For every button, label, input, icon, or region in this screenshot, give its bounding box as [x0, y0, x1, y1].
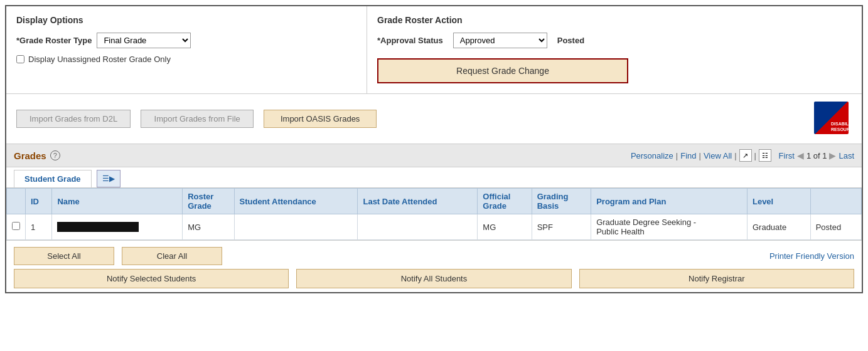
col-checkbox: [7, 189, 26, 214]
approval-status-row: *Approval Status Approved Not Reviewed R…: [377, 33, 852, 48]
col-last-date-attended: Last Date Attended: [358, 189, 478, 214]
export-icon-button[interactable]: ↗: [739, 149, 752, 162]
row-level: Graduate: [747, 214, 810, 240]
row-name: [52, 214, 183, 240]
disability-resources-text: DISABILITY RESOURCES: [831, 122, 847, 132]
next-button[interactable]: ▶: [829, 150, 836, 160]
top-panels: Display Options *Grade Roster Type Final…: [6, 6, 862, 94]
tab-student-grade-label: Student Grade: [24, 174, 81, 184]
row-official-grade: MG: [478, 214, 532, 240]
tab-columns-icon-button[interactable]: ☰▶: [97, 170, 121, 187]
grades-section: Grades ? Personalize | Find | View All |…: [6, 144, 862, 292]
grades-table: ID Name RosterGrade Student Attendance L…: [6, 188, 862, 240]
tab-student-grade[interactable]: Student Grade: [14, 170, 92, 187]
display-options-panel: Display Options *Grade Roster Type Final…: [6, 6, 367, 93]
row-status: Posted: [810, 214, 861, 240]
redacted-name-block: [57, 222, 139, 232]
main-container: Display Options *Grade Roster Type Final…: [5, 5, 863, 293]
approval-status-label: *Approval Status: [377, 36, 443, 45]
col-name: Name: [52, 189, 183, 214]
import-file-button[interactable]: Import Grades from File: [141, 110, 254, 128]
col-official-grade: OfficialGrade: [478, 189, 532, 214]
grade-roster-type-row: *Grade Roster Type Final Grade Midterm G…: [16, 33, 356, 48]
grades-title: Grades: [14, 150, 46, 161]
grades-help-icon[interactable]: ?: [50, 150, 60, 160]
approval-status-select[interactable]: Approved Not Reviewed Ready for Review: [453, 33, 547, 48]
notify-registrar-button[interactable]: Notify Registrar: [579, 269, 854, 288]
btn-row-2: Notify Selected Students Notify All Stud…: [14, 269, 854, 288]
display-options-title: Display Options: [16, 15, 356, 25]
printer-friendly-link[interactable]: Printer Friendly Version: [769, 251, 854, 261]
unassigned-roster-label: Display Unassigned Roster Grade Only: [28, 55, 171, 64]
row-roster-grade: MG: [183, 214, 234, 240]
row-checkbox-cell: [7, 214, 26, 240]
unassigned-roster-checkbox[interactable]: [16, 55, 24, 63]
col-level: Level: [747, 189, 810, 214]
last-link[interactable]: Last: [839, 151, 854, 160]
pages-indicator: 1 of 1: [806, 151, 827, 160]
import-d2l-button[interactable]: Import Grades from D2L: [16, 110, 131, 128]
personalize-link[interactable]: Personalize: [631, 151, 673, 160]
row-program-and-plan: Graduate Degree Seeking -Public Health: [591, 214, 747, 240]
first-link[interactable]: First: [779, 151, 795, 160]
notify-selected-button[interactable]: Notify Selected Students: [14, 269, 289, 288]
grades-nav: Personalize | Find | View All | ↗ | ☷ Fi…: [631, 149, 854, 162]
col-grading-basis: GradingBasis: [532, 189, 591, 214]
request-grade-change-button[interactable]: Request Grade Change: [377, 58, 628, 83]
grade-roster-type-label: *Grade Roster Type: [16, 36, 92, 45]
notify-all-button[interactable]: Notify All Students: [296, 269, 571, 288]
import-oasis-button[interactable]: Import OASIS Grades: [264, 110, 377, 128]
prev-button[interactable]: ◀: [797, 150, 804, 160]
btn-row-1: Select All Clear All Printer Friendly Ve…: [14, 247, 854, 265]
select-all-button[interactable]: Select All: [14, 247, 114, 265]
clear-all-button[interactable]: Clear All: [122, 247, 222, 265]
row-grading-basis: SPF: [532, 214, 591, 240]
bottom-buttons: Select All Clear All Printer Friendly Ve…: [6, 240, 862, 292]
grid-icon-button[interactable]: ☷: [759, 149, 771, 162]
grades-header: Grades ? Personalize | Find | View All |…: [6, 144, 862, 167]
find-link[interactable]: Find: [680, 151, 696, 160]
status-posted-label: Posted: [557, 36, 584, 45]
row-seq: 1: [26, 214, 52, 240]
col-student-attendance: Student Attendance: [234, 189, 358, 214]
row-student-attendance: [234, 214, 358, 240]
col-program-and-plan: Program and Plan: [591, 189, 747, 214]
grade-roster-action-panel: Grade Roster Action *Approval Status App…: [367, 6, 862, 93]
import-row: Import Grades from D2L Import Grades fro…: [6, 94, 862, 144]
grade-roster-action-title: Grade Roster Action: [377, 15, 852, 25]
col-roster-grade: RosterGrade: [183, 189, 234, 214]
tabs-row: Student Grade ☰▶: [6, 167, 862, 188]
row-last-date-attended: [358, 214, 478, 240]
row-checkbox[interactable]: [12, 222, 20, 230]
col-id: ID: [26, 189, 52, 214]
view-all-link[interactable]: View All: [704, 151, 732, 160]
disability-resources-logo: DISABILITY RESOURCES: [814, 102, 852, 136]
table-row: 1 MG MG SPF Graduate Degree Seeking -Pub…: [7, 214, 862, 240]
grade-roster-type-select[interactable]: Final Grade Midterm Grade LAW Grade: [97, 33, 191, 48]
col-status: [810, 189, 861, 214]
unassigned-roster-row: Display Unassigned Roster Grade Only: [16, 55, 356, 64]
disability-logo-inner: DISABILITY RESOURCES: [814, 102, 849, 134]
